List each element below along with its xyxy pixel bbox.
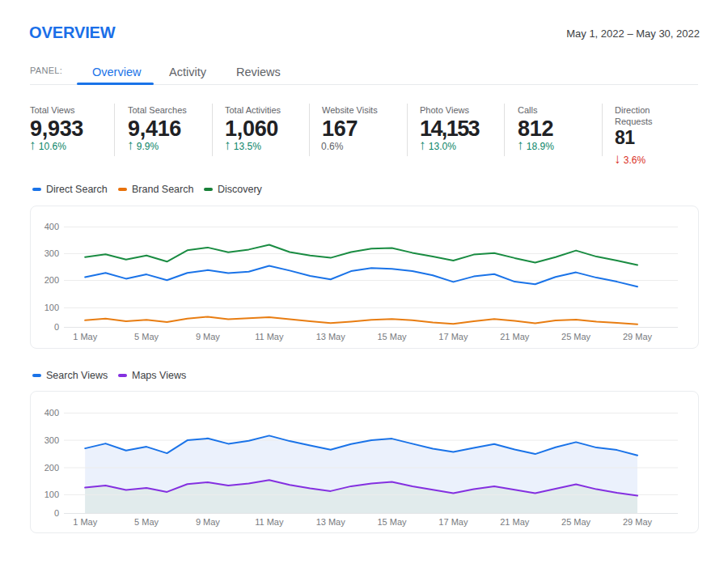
svg-text:29 May: 29 May	[623, 332, 653, 341]
svg-text:25 May: 25 May	[561, 332, 591, 341]
svg-text:0: 0	[54, 508, 59, 518]
svg-text:300: 300	[44, 248, 59, 258]
svg-text:5 May: 5 May	[134, 517, 159, 527]
svg-text:5 May: 5 May	[134, 332, 159, 341]
svg-text:15 May: 15 May	[377, 517, 407, 527]
svg-text:9 May: 9 May	[196, 517, 220, 527]
svg-text:1 May: 1 May	[73, 332, 97, 341]
svg-text:13 May: 13 May	[316, 332, 346, 341]
svg-text:400: 400	[44, 408, 59, 418]
svg-text:15 May: 15 May	[377, 332, 407, 341]
svg-text:300: 300	[44, 435, 59, 445]
svg-text:29 May: 29 May	[623, 517, 653, 527]
svg-text:11 May: 11 May	[255, 517, 284, 527]
svg-text:21 May: 21 May	[500, 517, 530, 527]
svg-text:100: 100	[44, 303, 59, 312]
svg-text:400: 400	[44, 222, 59, 231]
svg-text:17 May: 17 May	[438, 517, 468, 527]
svg-text:13 May: 13 May	[316, 517, 346, 527]
svg-text:100: 100	[44, 490, 59, 499]
svg-text:9 May: 9 May	[196, 332, 220, 341]
svg-text:25 May: 25 May	[561, 517, 591, 527]
svg-text:200: 200	[44, 275, 59, 285]
svg-text:11 May: 11 May	[255, 332, 284, 341]
svg-text:1 May: 1 May	[73, 517, 97, 527]
svg-text:21 May: 21 May	[500, 332, 530, 341]
svg-text:200: 200	[44, 463, 59, 473]
svg-text:17 May: 17 May	[438, 332, 468, 341]
svg-text:0: 0	[54, 322, 59, 332]
